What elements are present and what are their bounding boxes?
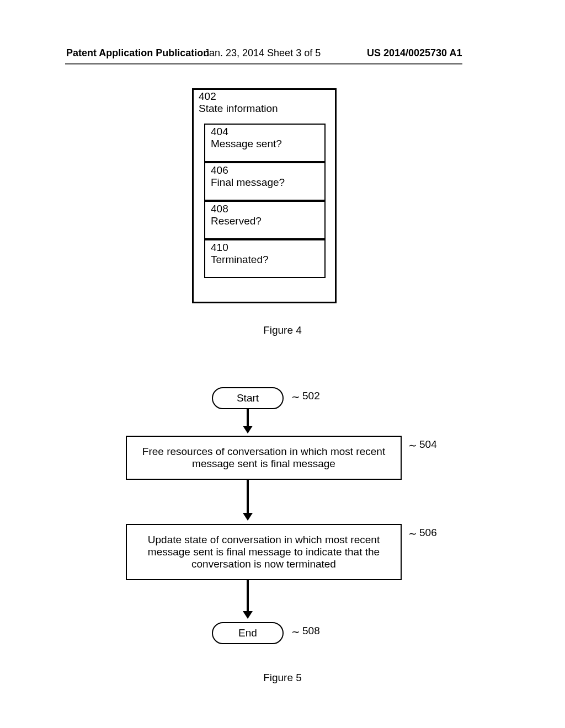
fig5-arrow-3-head (243, 611, 253, 619)
header-left: Patent Application Publication (66, 47, 209, 59)
fig4-row-4-num: 410 (211, 242, 228, 254)
fig4-outer-num: 402 (199, 90, 216, 103)
fig5-proc2-ref-text: 506 (419, 527, 437, 538)
fig5-start-label: Start (237, 392, 259, 404)
fig5-arrow-2-line (247, 480, 249, 514)
fig5-start-ref: ∼502 (291, 389, 320, 402)
fig4-row-3-num: 408 (211, 203, 228, 215)
fig5-start-terminator: Start (212, 387, 284, 409)
header-right: US 2014/0025730 A1 (367, 47, 462, 59)
fig5-end-ref-text: 508 (302, 625, 320, 636)
fig5-end-label: End (238, 627, 257, 639)
fig4-row-2-num: 406 (211, 164, 228, 176)
fig5-proc2-ref: ∼506 (408, 526, 437, 539)
fig4-outer-label: State information (199, 103, 278, 115)
fig5-arrow-3-line (247, 580, 249, 612)
fig5-process-1: Free resources of conversation in which … (126, 436, 402, 480)
fig4-row-1-label: Message sent? (211, 138, 282, 150)
fig5-process-1-text: Free resources of conversation in which … (135, 446, 393, 470)
fig5-end-terminator: End (212, 622, 284, 644)
fig4-row-3-label: Reserved? (211, 215, 262, 227)
header-mid: Jan. 23, 2014 Sheet 3 of 5 (204, 47, 321, 59)
fig5-proc1-ref: ∼504 (408, 438, 437, 451)
fig4-caption: Figure 4 (0, 324, 565, 336)
fig5-process-2: Update state of conversation in which mo… (126, 524, 402, 580)
fig4-row-4-label: Terminated? (211, 254, 269, 266)
fig5-start-ref-text: 502 (302, 390, 320, 402)
fig4-row-1-num: 404 (211, 126, 228, 138)
patent-page: Patent Application Publication Jan. 23, … (0, 0, 565, 728)
fig5-caption: Figure 5 (0, 672, 565, 684)
fig5-arrow-1-head (243, 426, 253, 433)
fig5-arrow-2-head (243, 513, 253, 521)
fig5-process-2-text: Update state of conversation in which mo… (135, 534, 393, 570)
header-rule (65, 63, 462, 65)
fig5-arrow-1-line (247, 409, 249, 427)
fig5-end-ref: ∼508 (291, 624, 320, 637)
fig5-proc1-ref-text: 504 (419, 438, 437, 450)
fig4-row-2-label: Final message? (211, 176, 285, 189)
